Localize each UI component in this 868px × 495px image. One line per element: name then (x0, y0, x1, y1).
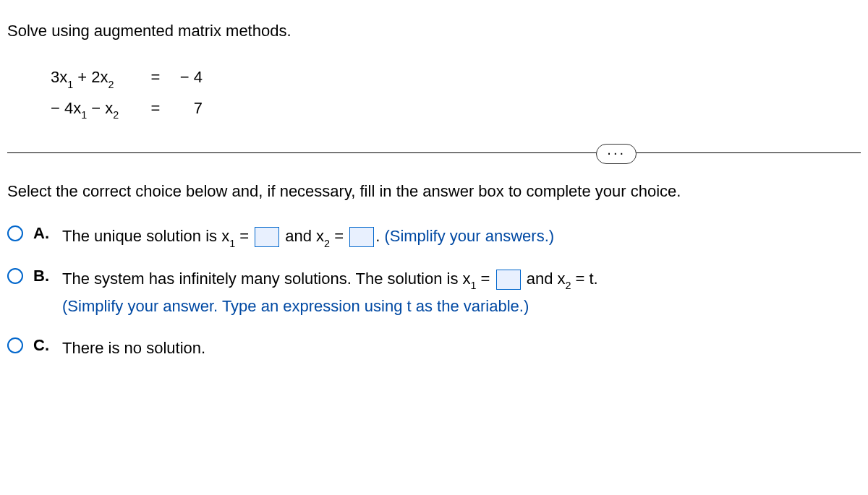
eq2-sub1: 1 (81, 109, 87, 121)
eq1-term2: 2x (91, 68, 108, 86)
eq1-rhs: − 4 (166, 62, 203, 92)
choice-a-t3: and x (281, 227, 324, 245)
choice-b-t4: = t. (571, 270, 597, 288)
choice-a-t1: The unique solution is x (62, 227, 229, 245)
more-button[interactable]: ··· (596, 144, 637, 164)
radio-c[interactable] (7, 337, 23, 353)
answer-choices: A. The unique solution is x1 = and x2 = … (7, 223, 861, 361)
answer-box-b-x1[interactable] (496, 270, 521, 290)
answer-box-a-x2[interactable] (349, 227, 374, 247)
divider-line (7, 152, 861, 153)
choice-b-t3: and x (522, 270, 566, 288)
choice-c-t1: There is no solution. (62, 339, 205, 357)
eq1-term1: 3x (51, 68, 67, 86)
eq2-term1: − 4x (51, 99, 81, 117)
instruction-text: Select the correct choice below and, if … (7, 182, 861, 201)
section-divider: ··· (7, 152, 861, 153)
equation-row-2: − 4x1 − x2 = 7 (51, 93, 861, 124)
answer-box-a-x1[interactable] (255, 227, 279, 247)
choice-b-t2: = (476, 270, 494, 288)
radio-b[interactable] (7, 268, 23, 284)
choice-a: A. The unique solution is x1 = and x2 = … (7, 223, 861, 251)
choice-b-t1: The system has infinitely many solutions… (62, 270, 471, 288)
choice-a-s1: 1 (229, 238, 235, 249)
eq2-sub2: 2 (113, 109, 119, 121)
choice-a-body: The unique solution is x1 = and x2 = . (… (62, 223, 554, 251)
choice-b: B. The system has infinitely many soluti… (7, 265, 861, 320)
choice-a-t5: . (375, 227, 384, 245)
choice-b-s2: 2 (565, 280, 571, 291)
eq1-sub1: 1 (67, 79, 73, 90)
eq2-rhs: 7 (166, 93, 203, 124)
choice-c: C. There is no solution. (7, 335, 861, 361)
choice-b-body: The system has infinitely many solutions… (62, 265, 598, 320)
choice-a-t2: = (235, 227, 253, 245)
equation-system: 3x1 + 2x2 = − 4 − 4x1 − x2 = 7 (51, 62, 861, 124)
choice-b-s1: 1 (471, 280, 477, 291)
equation-row-1: 3x1 + 2x2 = − 4 (51, 62, 861, 93)
choice-a-letter: A. (33, 223, 52, 243)
choice-b-letter: B. (33, 265, 52, 285)
choice-a-s2: 2 (324, 238, 330, 249)
eq1-op: + (73, 68, 91, 86)
choice-a-hint: (Simplify your answers.) (384, 227, 554, 245)
eq2-term2: x (105, 99, 113, 117)
choice-c-letter: C. (33, 335, 52, 355)
choice-c-body: There is no solution. (62, 335, 205, 361)
eq1-equals: = (145, 62, 166, 92)
choice-a-t4: = (330, 227, 348, 245)
eq2-op: − (87, 99, 105, 117)
eq1-sub2: 2 (109, 79, 114, 90)
choice-b-hint: (Simplify your answer. Type an expressio… (62, 297, 529, 315)
eq2-equals: = (145, 93, 166, 124)
question-prompt: Solve using augmented matrix methods. (7, 22, 861, 40)
radio-a[interactable] (7, 225, 23, 241)
